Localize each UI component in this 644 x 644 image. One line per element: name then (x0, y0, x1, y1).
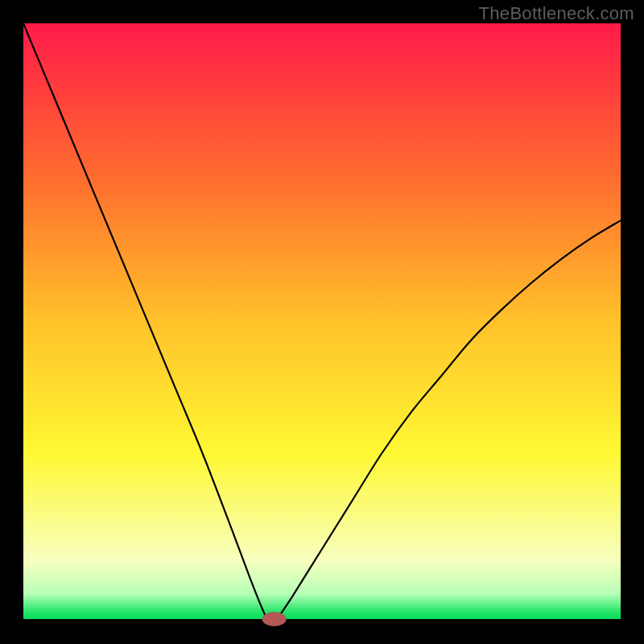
watermark-text: TheBottleneck.com (479, 3, 634, 24)
bottleneck-chart (0, 0, 644, 644)
plot-background (23, 23, 621, 621)
optimal-point-marker (262, 612, 287, 626)
chart-container: TheBottleneck.com (0, 0, 644, 644)
